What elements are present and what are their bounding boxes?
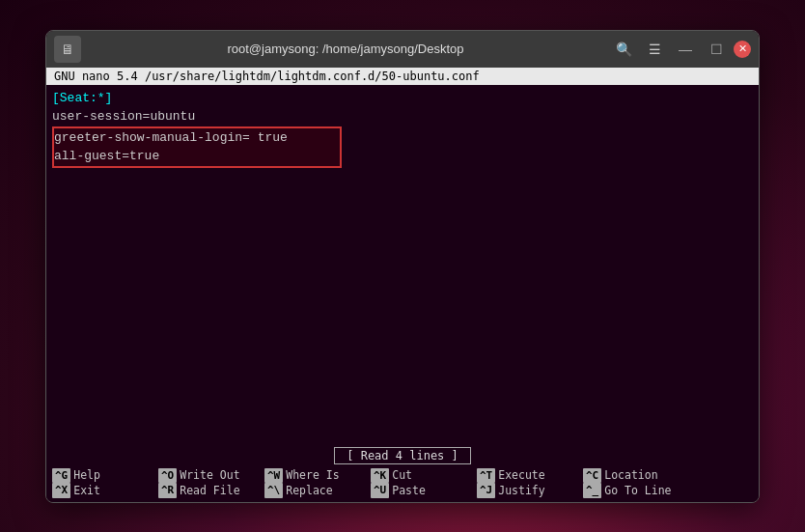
maximize-button[interactable]: ☐ (703, 36, 730, 63)
shortcut-key-x: ^X (52, 483, 70, 497)
shortcut-key-u: ^U (371, 483, 389, 497)
shortcut-key-o: ^O (158, 468, 177, 483)
shortcut-key-g: ^G (52, 468, 70, 483)
shortcut-help[interactable]: ^G Help (52, 468, 158, 483)
search-button[interactable]: 🔍 (610, 36, 637, 63)
shortcut-replace[interactable]: ^\ Replace (264, 483, 371, 497)
shortcut-key-c: ^C (583, 468, 601, 483)
window-title: root@jamysong: /home/jamysong/Desktop (87, 42, 604, 56)
terminal-icon: 🖥 (61, 42, 74, 57)
shortcut-key-backslash: ^\ (264, 483, 283, 497)
minimize-button[interactable]: — (672, 36, 699, 63)
window-icon: 🖥 (54, 36, 81, 63)
nano-statusbar: GNU nano 5.4 /usr/share/lightdm/lightdm.… (46, 68, 759, 85)
shortcut-row-2: ^X Exit ^R Read File ^\ Replace ^U Paste… (50, 483, 755, 497)
shortcut-key-underscore: ^_ (583, 483, 601, 497)
shortcut-execute[interactable]: ^T Execute (477, 468, 583, 483)
shortcut-label-help: Help (73, 468, 100, 482)
notification-text: [ Read 4 lines ] (334, 447, 471, 464)
editor-line-3: greeter-show-manual-login= true (54, 128, 340, 148)
notification-bar: [ Read 4 lines ] (46, 445, 759, 466)
shortcut-key-k: ^K (371, 468, 389, 483)
shortcut-exit[interactable]: ^X Exit (52, 483, 158, 497)
shortcut-label-writeout: Write Out (180, 468, 239, 482)
shortcut-label-readfile: Read File (180, 484, 239, 497)
shortcut-key-t: ^T (477, 468, 495, 483)
editor-line-1: [Seat:*] (52, 89, 753, 108)
shortcut-writeout[interactable]: ^O Write Out (158, 468, 264, 483)
shortcut-paste[interactable]: ^U Paste (371, 483, 477, 497)
shortcut-label-execute: Execute (498, 468, 544, 482)
shortcut-key-r: ^R (158, 483, 177, 497)
editor-line-4: all-guest=true (54, 147, 340, 166)
shortcut-label-gotoline: Go To Line (604, 484, 671, 497)
titlebar: 🖥 root@jamysong: /home/jamysong/Desktop … (46, 31, 759, 68)
shortcut-label-location: Location (604, 468, 657, 482)
shortcut-bar: ^G Help ^O Write Out ^W Where Is ^K Cut … (46, 466, 759, 502)
shortcut-key-w: ^W (264, 468, 283, 483)
menu-button[interactable]: ☰ (641, 36, 668, 63)
shortcut-justify[interactable]: ^J Justify (477, 483, 583, 497)
shortcut-location[interactable]: ^C Location (583, 468, 689, 483)
shortcut-label-cut: Cut (392, 468, 412, 482)
shortcut-key-j: ^J (477, 483, 495, 497)
close-button[interactable]: ✕ (734, 41, 751, 58)
titlebar-left: 🖥 (54, 36, 81, 63)
editor-line-2: user-session=ubuntu (52, 107, 753, 126)
shortcut-cut[interactable]: ^K Cut (371, 468, 477, 483)
shortcut-gotoline[interactable]: ^_ Go To Line (583, 483, 689, 497)
shortcut-whereis[interactable]: ^W Where Is (264, 468, 371, 483)
shortcut-label-replace: Replace (286, 484, 332, 497)
terminal-window: 🖥 root@jamysong: /home/jamysong/Desktop … (45, 30, 760, 503)
shortcut-label-exit: Exit (73, 484, 100, 497)
selected-region: greeter-show-manual-login= true all-gues… (52, 126, 342, 168)
shortcut-row-1: ^G Help ^O Write Out ^W Where Is ^K Cut … (50, 468, 755, 483)
shortcut-label-whereis: Where Is (286, 468, 339, 482)
shortcut-label-paste: Paste (392, 484, 426, 497)
shortcut-label-justify: Justify (498, 484, 544, 497)
shortcut-readfile[interactable]: ^R Read File (158, 483, 264, 497)
titlebar-controls: 🔍 ☰ — ☐ ✕ (610, 36, 751, 63)
editor-area[interactable]: [Seat:*] user-session=ubuntu greeter-sho… (46, 85, 759, 445)
